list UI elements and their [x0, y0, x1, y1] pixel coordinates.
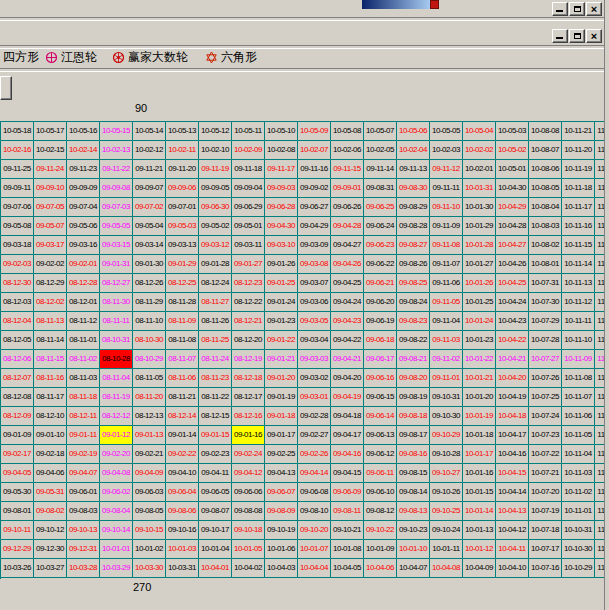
date-cell[interactable]: 09-04-13 — [265, 464, 298, 483]
date-cell[interactable]: 08-11-29 — [133, 293, 166, 312]
date-cell[interactable]: 08-12-28 — [67, 274, 100, 293]
date-cell[interactable]: 09-08-29 — [397, 198, 430, 217]
date-cell[interactable]: 08-12-21 — [232, 312, 265, 331]
date-cell[interactable]: 10-04-02 — [232, 559, 265, 578]
date-cell[interactable]: 09-04-14 — [298, 464, 331, 483]
date-cell[interactable]: 09-04-07 — [67, 464, 100, 483]
date-cell[interactable]: 10-01-02 — [133, 540, 166, 559]
date-cell[interactable]: 08-12-14 — [166, 407, 199, 426]
date-cell[interactable]: 09-04-29 — [298, 217, 331, 236]
restore-button[interactable] — [569, 2, 585, 16]
date-cell[interactable]: 09-03-01 — [298, 388, 331, 407]
date-cell[interactable]: 10-02-07 — [298, 141, 331, 160]
minimize-button[interactable] — [552, 29, 568, 43]
date-cell[interactable]: 09-06-20 — [364, 293, 397, 312]
date-cell[interactable]: 09-02-28 — [298, 407, 331, 426]
date-cell[interactable]: 09-08-27 — [397, 236, 430, 255]
date-cell[interactable]: 10-05-14 — [133, 122, 166, 141]
date-cell[interactable]: 09-06-18 — [364, 331, 397, 350]
date-cell[interactable]: 10-02-02 — [463, 141, 496, 160]
date-cell[interactable]: 10-04-23 — [496, 312, 529, 331]
date-cell[interactable]: 09-05-30 — [1, 483, 34, 502]
date-cell[interactable]: 09-12-30 — [34, 540, 67, 559]
date-cell[interactable]: 09-06-05 — [199, 483, 232, 502]
date-cell[interactable]: 09-06-13 — [364, 426, 397, 445]
date-cell[interactable]: 10-08-01 — [529, 255, 562, 274]
date-cell[interactable]: 09-04-16 — [331, 445, 364, 464]
date-cell[interactable]: 10-02-04 — [397, 141, 430, 160]
date-cell[interactable]: 09-08-08 — [232, 502, 265, 521]
date-cell[interactable]: 09-11-21 — [133, 160, 166, 179]
date-cell[interactable]: 10-01-25 — [463, 293, 496, 312]
date-cell[interactable]: 09-11-23 — [67, 160, 100, 179]
date-cell[interactable]: 10-02-11 — [166, 141, 199, 160]
date-cell[interactable]: 09-03-16 — [67, 236, 100, 255]
date-cell[interactable]: 10-04-29 — [496, 198, 529, 217]
date-cell[interactable]: 10-04-19 — [496, 388, 529, 407]
date-cell[interactable]: 09-01-29 — [166, 255, 199, 274]
date-cell[interactable]: 10-11-15 — [562, 236, 595, 255]
date-cell[interactable]: 10-04-15 — [496, 464, 529, 483]
date-cell[interactable]: 10-05-10 — [265, 122, 298, 141]
date-cell[interactable]: 09-06-06 — [232, 483, 265, 502]
date-cell[interactable]: 10-02-16 — [1, 141, 34, 160]
date-cell[interactable]: 08-10-29 — [133, 350, 166, 369]
date-cell[interactable]: 09-11-22 — [100, 160, 133, 179]
date-cell[interactable]: 10-04-27 — [496, 236, 529, 255]
date-cell[interactable]: 09-05-08 — [1, 217, 34, 236]
date-cell[interactable]: 08-10-30 — [133, 331, 166, 350]
date-cell[interactable]: 10-10-31 — [562, 521, 595, 540]
date-cell[interactable]: 08-11-13 — [34, 312, 67, 331]
date-cell[interactable]: 09-09-09 — [67, 179, 100, 198]
date-cell[interactable]: 10-11-17 — [562, 198, 595, 217]
close-button[interactable] — [586, 2, 602, 16]
date-cell[interactable]: 08-12-10 — [34, 407, 67, 426]
date-cell[interactable]: 09-01-30 — [133, 255, 166, 274]
date-cell[interactable]: 09-01-31 — [100, 255, 133, 274]
date-cell[interactable]: 09-05-06 — [67, 217, 100, 236]
date-cell[interactable]: 10-07-26 — [529, 369, 562, 388]
date-cell[interactable]: 09-02-02 — [34, 255, 67, 274]
date-cell[interactable]: 09-06-17 — [364, 350, 397, 369]
date-cell[interactable]: 09-08-21 — [397, 350, 430, 369]
date-cell[interactable]: 09-01-17 — [265, 426, 298, 445]
date-cell[interactable]: 09-07-02 — [133, 198, 166, 217]
date-cell[interactable]: 10-11-13 — [562, 274, 595, 293]
date-cell[interactable]: 09-11-17 — [265, 160, 298, 179]
date-cell[interactable]: 09-07-05 — [34, 198, 67, 217]
date-cell[interactable]: 09-08-30 — [397, 179, 430, 198]
date-cell[interactable]: 08-11-18 — [67, 388, 100, 407]
date-cell[interactable]: 09-11-05 — [430, 293, 463, 312]
date-cell[interactable]: 09-03-12 — [199, 236, 232, 255]
date-cell[interactable]: 10-08-04 — [529, 198, 562, 217]
date-cell[interactable]: 09-08-23 — [397, 312, 430, 331]
date-cell[interactable]: 09-11-07 — [430, 255, 463, 274]
date-cell[interactable]: 09-10-13 — [67, 521, 100, 540]
date-cell[interactable]: 09-04-12 — [232, 464, 265, 483]
date-cell[interactable]: 08-11-14 — [34, 331, 67, 350]
date-cell[interactable]: 08-12-20 — [232, 331, 265, 350]
date-cell[interactable]: 09-06-01 — [67, 483, 100, 502]
date-cell[interactable]: 10-05-08 — [331, 122, 364, 141]
date-cell[interactable]: 09-08-22 — [397, 331, 430, 350]
date-cell[interactable]: 10-07-28 — [529, 331, 562, 350]
date-cell[interactable]: 10-05-06 — [397, 122, 430, 141]
date-cell[interactable]: 10-02-10 — [199, 141, 232, 160]
date-cell[interactable]: 10-04-21 — [496, 350, 529, 369]
date-cell[interactable]: 09-09-10 — [34, 179, 67, 198]
date-cell[interactable]: 08-12-17 — [232, 388, 265, 407]
date-cell[interactable]: 09-04-18 — [331, 407, 364, 426]
date-cell[interactable]: 08-11-01 — [67, 331, 100, 350]
date-cell[interactable]: 08-12-19 — [232, 350, 265, 369]
date-cell[interactable]: 09-06-12 — [364, 445, 397, 464]
date-cell[interactable]: 09-02-26 — [298, 445, 331, 464]
date-cell[interactable]: 09-01-25 — [265, 274, 298, 293]
date-cell[interactable]: 09-07-03 — [100, 198, 133, 217]
date-cell[interactable]: 09-10-23 — [397, 521, 430, 540]
date-cell[interactable]: 10-08-05 — [529, 179, 562, 198]
date-cell[interactable]: 09-09-02 — [298, 179, 331, 198]
date-cell[interactable]: 09-11-03 — [430, 331, 463, 350]
date-cell[interactable]: 09-10-26 — [430, 483, 463, 502]
date-cell[interactable]: 09-04-11 — [199, 464, 232, 483]
minimize-button[interactable] — [552, 2, 568, 16]
